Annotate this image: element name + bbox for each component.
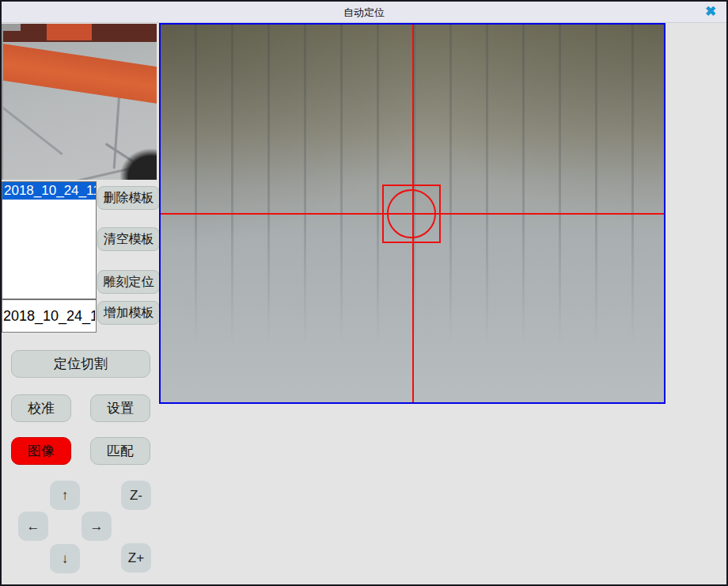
template-list-item[interactable]: 2018_10_24_11	[2, 182, 96, 200]
preview-dark-object	[120, 149, 157, 180]
preview-top-band-orange	[47, 24, 92, 40]
image-button[interactable]: 图像	[11, 437, 71, 465]
close-icon[interactable]: ✖	[702, 3, 719, 21]
match-region-circle	[387, 189, 436, 238]
settings-button[interactable]: 设置	[90, 394, 150, 422]
template-name-input[interactable]	[2, 299, 97, 333]
jog-right-button[interactable]: →	[82, 512, 112, 541]
add-template-button[interactable]: 增加模板	[97, 301, 160, 325]
position-cut-button[interactable]: 定位切割	[11, 350, 150, 378]
clear-templates-button[interactable]: 清空模板	[97, 227, 160, 251]
match-button[interactable]: 匹配	[90, 437, 150, 465]
dialog-title: 自动定位	[2, 2, 726, 23]
auto-position-dialog: 自动定位 ✖ 2018_10_24_11 删除模板 清空模板 雕刻定位 增加模板…	[0, 0, 728, 586]
jog-down-button[interactable]: ↓	[50, 544, 80, 573]
delete-template-button[interactable]: 删除模板	[97, 186, 160, 210]
jog-z-plus-button[interactable]: Z+	[121, 543, 151, 573]
jog-left-button[interactable]: ←	[18, 512, 48, 541]
engrave-position-button[interactable]: 雕刻定位	[97, 270, 160, 294]
camera-image	[161, 25, 664, 402]
titlebar: 自动定位 ✖	[2, 2, 726, 23]
template-list[interactable]: 2018_10_24_11	[2, 181, 97, 299]
preview-top-band-gray	[3, 24, 21, 31]
jog-z-minus-button[interactable]: Z-	[121, 481, 151, 510]
camera-view[interactable]	[159, 23, 665, 404]
template-preview-image	[2, 24, 157, 180]
calibrate-button[interactable]: 校准	[11, 394, 71, 422]
jog-up-button[interactable]: ↑	[50, 481, 80, 510]
